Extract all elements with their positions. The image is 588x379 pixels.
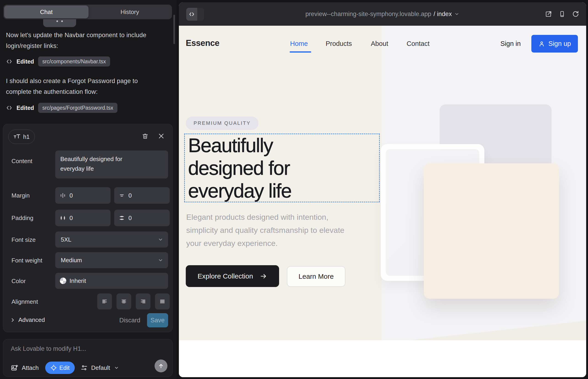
- user-icon: [538, 40, 545, 47]
- close-panel-button[interactable]: [158, 132, 166, 140]
- mobile-view-icon[interactable]: [559, 10, 566, 18]
- file-path-pill[interactable]: src/components/Navbar.tsx: [38, 56, 110, 66]
- chat-sidebar: Chat History Now let's update the Navbar…: [0, 0, 177, 379]
- align-justify-button[interactable]: [155, 293, 170, 310]
- code-icon: [6, 105, 12, 111]
- element-editor-panel: h1 Content Beautifully designed for ever…: [3, 124, 173, 332]
- margin-y-value: 0: [128, 192, 132, 199]
- nav-link-home[interactable]: Home: [290, 40, 308, 47]
- padding-y-input[interactable]: 0: [114, 210, 170, 226]
- url-bar[interactable]: preview--charming-site-symphony.lovable.…: [179, 2, 586, 26]
- padding-horizontal-icon: [60, 215, 66, 221]
- align-center-button[interactable]: [117, 293, 131, 310]
- scrolled-badge-fragment: [43, 19, 76, 27]
- chat-composer[interactable]: Ask Lovable to modify H1... Attach Edit …: [3, 339, 173, 377]
- discard-button[interactable]: Discard: [117, 313, 142, 327]
- chevron-down-icon: [157, 257, 164, 263]
- attach-icon[interactable]: [11, 364, 18, 371]
- advanced-label: Advanced: [18, 316, 45, 323]
- font-size-select[interactable]: 5XL: [55, 232, 168, 248]
- content-label: Content: [12, 158, 32, 165]
- margin-x-input[interactable]: 0: [55, 187, 110, 204]
- sign-up-button[interactable]: Sign up: [531, 35, 578, 52]
- edited-file-row[interactable]: Edited src/components/Navbar.tsx: [6, 56, 110, 66]
- decorative-card-beige: [424, 163, 559, 299]
- element-tag: h1: [23, 134, 30, 140]
- assistant-message: Now let's update the Navbar component to…: [6, 30, 158, 51]
- alignment-label: Alignment: [12, 298, 38, 305]
- padding-y-value: 0: [128, 215, 132, 222]
- type-icon: [14, 134, 20, 140]
- hero-description: Elegant products designed with intention…: [186, 211, 347, 250]
- site-preview: Essence Home Products About Contact Sign…: [179, 26, 586, 377]
- nav-link-contact[interactable]: Contact: [407, 40, 430, 47]
- chevron-down-icon: [157, 237, 164, 242]
- content-input[interactable]: Beautifully designed for everyday life: [55, 151, 168, 178]
- hero-heading[interactable]: Beautifully designed for everyday life: [188, 134, 291, 202]
- color-swatch: [60, 278, 66, 284]
- nav-link-about[interactable]: About: [371, 40, 388, 47]
- font-size-label: Font size: [12, 236, 36, 243]
- advanced-toggle[interactable]: Advanced: [10, 316, 45, 323]
- tab-chat[interactable]: Chat: [4, 5, 89, 18]
- code-icon: [6, 58, 12, 65]
- padding-x-input[interactable]: 0: [55, 210, 110, 226]
- font-weight-value: Medium: [61, 257, 82, 264]
- hero-badge: PREMIUM QUALITY: [186, 117, 259, 130]
- font-weight-select[interactable]: Medium: [55, 252, 168, 268]
- url-domain: preview--charming-site-symphony.lovable.…: [306, 11, 431, 18]
- element-tag-badge: h1: [8, 130, 35, 144]
- margin-x-value: 0: [69, 192, 73, 199]
- sign-in-link[interactable]: Sign in: [500, 40, 521, 47]
- color-label: Color: [12, 278, 26, 285]
- edit-mode-button[interactable]: Edit: [45, 362, 75, 374]
- font-size-value: 5XL: [61, 236, 71, 243]
- composer-placeholder[interactable]: Ask Lovable to modify H1...: [11, 345, 86, 352]
- margin-label: Margin: [12, 192, 30, 199]
- arrow-right-icon: [260, 272, 267, 280]
- save-button[interactable]: Save: [147, 313, 168, 327]
- chevron-down-icon: [454, 11, 460, 17]
- align-left-button[interactable]: [97, 293, 112, 310]
- font-weight-label: Font weight: [12, 257, 42, 264]
- padding-vertical-icon: [119, 215, 125, 221]
- browser-chrome: preview--charming-site-symphony.lovable.…: [179, 2, 586, 26]
- margin-y-input[interactable]: 0: [114, 187, 170, 204]
- open-external-icon[interactable]: [545, 10, 552, 18]
- attach-label[interactable]: Attach: [22, 364, 39, 371]
- padding-x-value: 0: [69, 215, 73, 222]
- sliders-icon: [81, 364, 88, 371]
- delete-element-button[interactable]: [142, 132, 150, 140]
- target-icon: [50, 364, 57, 371]
- refresh-icon[interactable]: [572, 10, 579, 18]
- explore-collection-button[interactable]: Explore Collection: [186, 265, 279, 287]
- url-path: / index: [434, 11, 452, 18]
- padding-label: Padding: [12, 215, 33, 222]
- file-path-pill[interactable]: src/pages/ForgotPassword.tsx: [38, 103, 117, 113]
- tab-history[interactable]: History: [89, 5, 171, 19]
- mode-select[interactable]: Default: [91, 364, 110, 371]
- edited-label: Edited: [16, 58, 34, 65]
- color-select[interactable]: Inherit: [55, 273, 168, 289]
- site-logo[interactable]: Essence: [186, 38, 219, 48]
- edited-file-row[interactable]: Edited src/pages/ForgotPassword.tsx: [6, 103, 117, 113]
- nav-link-products[interactable]: Products: [326, 40, 352, 47]
- margin-vertical-icon: [119, 192, 125, 199]
- chat-history-tabs: Chat History: [3, 5, 172, 19]
- active-nav-underline: [290, 51, 311, 52]
- edited-label: Edited: [16, 105, 34, 111]
- align-right-button[interactable]: [136, 293, 150, 310]
- send-button[interactable]: [155, 360, 167, 372]
- content-value: Beautifully designed for everyday life: [60, 154, 139, 174]
- preview-window: preview--charming-site-symphony.lovable.…: [179, 2, 586, 377]
- margin-horizontal-icon: [60, 192, 66, 199]
- chat-scrollbar[interactable]: [173, 15, 175, 44]
- chevron-down-icon: [114, 365, 119, 371]
- color-value: Inherit: [69, 277, 86, 284]
- assistant-message: I should also create a Forgot Password p…: [6, 76, 158, 97]
- learn-more-button[interactable]: Learn More: [287, 266, 345, 287]
- chevron-right-icon: [10, 317, 15, 323]
